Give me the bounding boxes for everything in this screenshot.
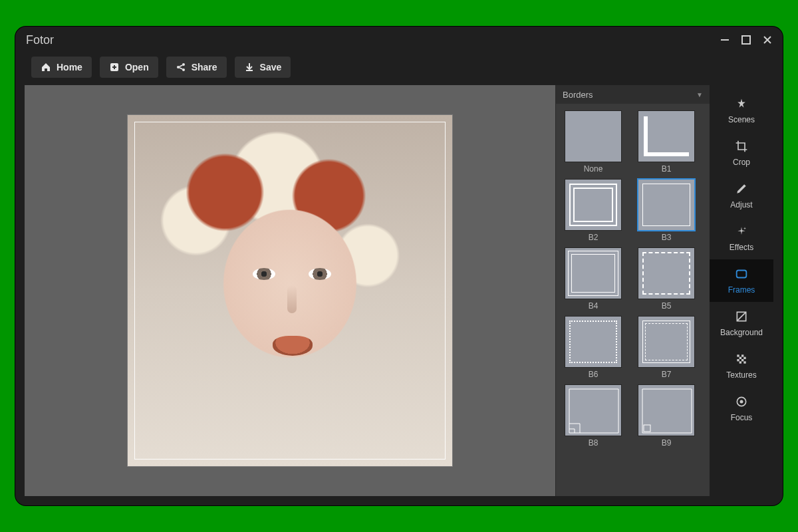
- border-preview-b6-icon: [569, 321, 617, 363]
- home-icon: [41, 62, 51, 72]
- window-controls: [720, 35, 772, 45]
- border-preview-b3-icon: [642, 184, 690, 226]
- border-thumbnails[interactable]: None B1 B2 B3 B4: [556, 104, 710, 496]
- focus-icon: [734, 394, 749, 409]
- tool-rail: Scenes Crop Adjust Effects: [710, 85, 773, 496]
- background-icon: [734, 309, 749, 324]
- body: Borders ▼ None B1 B2 B3: [15, 85, 783, 505]
- borders-panel-title: Borders: [563, 90, 593, 100]
- rail-background[interactable]: Background: [710, 302, 773, 344]
- canvas-image[interactable]: [127, 114, 453, 467]
- svg-rect-4: [246, 70, 253, 71]
- main-toolbar: Home Open Share Save: [15, 53, 783, 85]
- svg-point-17: [740, 400, 743, 404]
- border-option-b4[interactable]: B4: [563, 247, 624, 311]
- rail-textures[interactable]: Textures: [710, 344, 773, 387]
- minimize-icon[interactable]: [720, 35, 730, 45]
- open-label: Open: [125, 62, 149, 72]
- save-label: Save: [260, 62, 282, 72]
- svg-rect-14: [739, 361, 741, 363]
- home-label: Home: [57, 62, 82, 72]
- save-button[interactable]: Save: [235, 57, 291, 78]
- border-option-b1[interactable]: B1: [636, 110, 697, 174]
- border-option-b8[interactable]: B8: [563, 384, 624, 448]
- border-option-b6[interactable]: B6: [563, 316, 624, 379]
- canvas-area[interactable]: [25, 85, 555, 496]
- border-preview-b2-icon: [569, 184, 617, 226]
- borders-panel: Borders ▼ None B1 B2 B3: [555, 85, 710, 496]
- border-preview-b1-icon: [644, 116, 689, 156]
- rail-adjust[interactable]: Adjust: [710, 174, 773, 217]
- maximize-icon[interactable]: [741, 35, 751, 45]
- svg-rect-13: [741, 359, 743, 361]
- border-option-b7[interactable]: B7: [636, 316, 697, 379]
- home-button[interactable]: Home: [31, 57, 92, 78]
- download-icon: [244, 62, 255, 72]
- svg-rect-9: [741, 354, 743, 356]
- sparkle-icon: [734, 224, 749, 239]
- svg-rect-8: [737, 354, 739, 356]
- share-icon: [176, 62, 186, 72]
- rail-crop[interactable]: Crop: [710, 132, 773, 174]
- svg-point-3: [182, 68, 185, 71]
- share-label: Share: [192, 62, 217, 72]
- svg-rect-11: [743, 357, 745, 359]
- border-preview-b9-icon: [638, 385, 694, 436]
- border-preview-b7-icon: [642, 321, 690, 363]
- close-icon[interactable]: [763, 35, 772, 45]
- app-window: Fotor Home Open Share: [15, 27, 783, 505]
- rail-focus[interactable]: Focus: [710, 387, 773, 430]
- border-option-b9[interactable]: B9: [636, 384, 697, 448]
- scenes-icon: [734, 96, 749, 111]
- svg-point-1: [182, 63, 185, 66]
- border-option-b5[interactable]: B5: [636, 247, 697, 311]
- plus-file-icon: [109, 62, 120, 72]
- svg-rect-10: [739, 357, 741, 359]
- svg-rect-6: [737, 271, 747, 278]
- border-preview-b4-icon: [568, 251, 618, 296]
- share-button[interactable]: Share: [166, 57, 227, 78]
- border-option-b2[interactable]: B2: [563, 179, 624, 242]
- border-option-b3[interactable]: B3: [636, 179, 697, 242]
- app-title: Fotor: [26, 33, 54, 47]
- svg-rect-15: [743, 361, 745, 363]
- border-option-none[interactable]: None: [563, 110, 624, 174]
- rail-effects[interactable]: Effects: [710, 217, 773, 259]
- border-preview-none-icon: [565, 111, 621, 162]
- borders-panel-header[interactable]: Borders ▼: [556, 85, 710, 104]
- textures-icon: [734, 352, 749, 366]
- titlebar[interactable]: Fotor: [15, 27, 783, 53]
- open-button[interactable]: Open: [100, 57, 158, 78]
- chevron-down-icon: ▼: [696, 91, 703, 98]
- rail-frames[interactable]: Frames: [710, 259, 773, 302]
- svg-rect-12: [737, 359, 739, 361]
- border-preview-b5-icon: [642, 252, 690, 295]
- frames-icon: [734, 267, 749, 281]
- svg-rect-5: [644, 425, 650, 432]
- pencil-icon: [734, 182, 749, 196]
- border-preview-b8-icon: [565, 385, 621, 436]
- rail-scenes[interactable]: Scenes: [710, 89, 773, 132]
- crop-icon: [734, 139, 749, 154]
